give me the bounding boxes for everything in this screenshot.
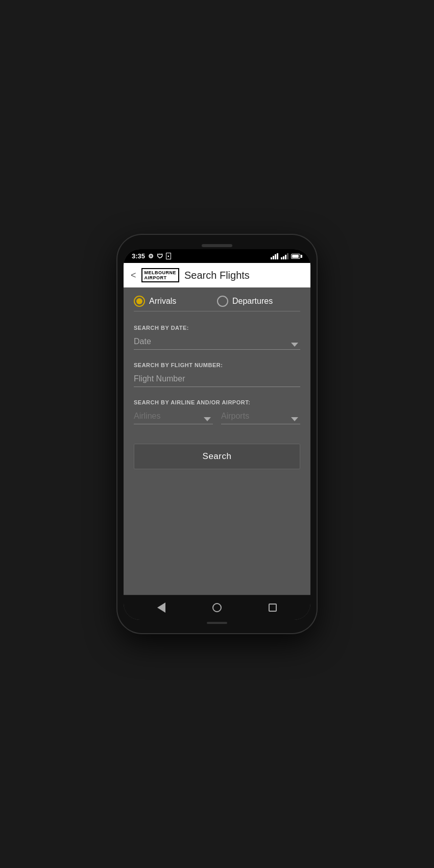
airports-dropdown-wrapper	[221, 408, 300, 424]
back-button[interactable]: <	[131, 270, 136, 281]
status-left: 3:35 ⚙ 🛡 ▪	[132, 252, 171, 260]
wifi-icon	[271, 253, 278, 259]
search-button[interactable]: Search	[134, 444, 300, 469]
status-time: 3:35	[132, 252, 145, 260]
airlines-dropdown-wrapper	[134, 408, 213, 424]
arrivals-radio-circle[interactable]	[134, 296, 145, 307]
airport-logo: MELBOURNE AIRPORT	[141, 268, 180, 282]
departures-radio-circle[interactable]	[217, 296, 228, 307]
airlines-dropdown-arrow	[204, 417, 211, 421]
bottom-nav	[124, 595, 310, 620]
wallet-icon: ▪	[166, 253, 171, 259]
status-right-icons	[271, 253, 302, 259]
phone-top-notch	[124, 241, 310, 249]
airports-input[interactable]	[221, 408, 300, 424]
airports-dropdown-arrow	[291, 417, 298, 421]
signal-icon	[281, 253, 288, 259]
logo-line1: MELBOURNE	[144, 270, 177, 275]
arrivals-option[interactable]: Arrivals	[134, 296, 217, 307]
divider	[134, 311, 300, 311]
gear-icon: ⚙	[148, 253, 154, 260]
page-title: Search Flights	[184, 270, 250, 281]
arrivals-radio-dot	[136, 298, 142, 304]
flight-number-input[interactable]	[134, 371, 300, 387]
airline-airport-label: SEARCH BY AIRLINE AND/OR AIRPORT:	[134, 399, 300, 405]
battery-icon	[291, 254, 302, 259]
airline-airport-row	[134, 408, 300, 424]
shield-icon: 🛡	[157, 253, 163, 260]
arrivals-label: Arrivals	[149, 297, 176, 306]
date-input-wrapper	[134, 334, 300, 350]
phone-bottom	[124, 620, 310, 627]
flight-type-radio-group: Arrivals Departures	[134, 296, 300, 307]
back-nav-icon	[157, 602, 165, 613]
home-nav-icon	[212, 603, 222, 612]
flight-field-label: SEARCH BY FLIGHT NUMBER:	[134, 362, 300, 368]
flight-input-wrapper	[134, 371, 300, 387]
phone-device: 3:35 ⚙ 🛡 ▪	[117, 235, 317, 633]
speaker-grill	[202, 244, 232, 247]
departures-option[interactable]: Departures	[217, 296, 300, 307]
date-dropdown-arrow	[291, 343, 298, 347]
phone-screen: 3:35 ⚙ 🛡 ▪	[124, 249, 310, 620]
airlines-input[interactable]	[134, 408, 213, 424]
app-header: < MELBOURNE AIRPORT Search Flights	[124, 263, 310, 287]
date-input[interactable]	[134, 334, 300, 350]
bottom-indicator	[207, 622, 227, 624]
status-bar: 3:35 ⚙ 🛡 ▪	[124, 249, 310, 263]
nav-home-button[interactable]	[210, 600, 224, 615]
date-field-label: SEARCH BY DATE:	[134, 325, 300, 331]
nav-back-button[interactable]	[154, 600, 168, 615]
main-content: Arrivals Departures SEARCH BY DATE: SEAR…	[124, 287, 310, 595]
departures-label: Departures	[232, 297, 273, 306]
logo-line2: AIRPORT	[144, 275, 177, 280]
recents-nav-icon	[269, 604, 277, 612]
nav-recents-button[interactable]	[266, 600, 280, 615]
